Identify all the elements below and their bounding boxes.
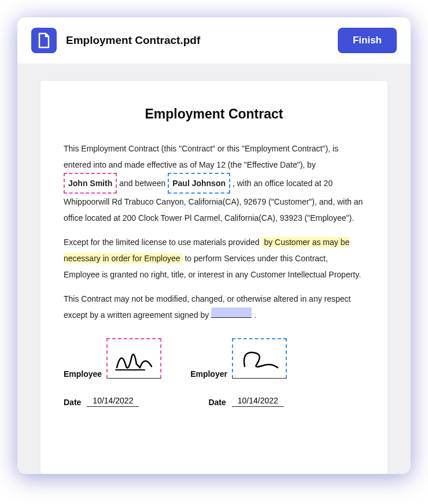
employee-signature-field[interactable] (106, 338, 161, 379)
employee-signature-block: Employee (64, 338, 161, 379)
party1-field[interactable]: John Smith (64, 173, 117, 194)
employee-label: Employee (64, 369, 102, 379)
date-row: Date 10/14/2022 Date 10/14/2022 (64, 396, 364, 407)
party2-field[interactable]: Paul Johnson (168, 173, 230, 194)
finish-button[interactable]: Finish (338, 28, 397, 53)
para1-text: and between (119, 179, 168, 188)
date-block-2: Date 10/14/2022 (208, 396, 283, 407)
app-window: Employment Contract.pdf Finish Employmen… (17, 17, 411, 474)
para3-text: This Contract may not be modified, chang… (64, 294, 350, 320)
document-title: Employment Contract (64, 106, 364, 122)
paragraph-2: Except for the limited license to use ma… (64, 234, 364, 283)
date-field-1[interactable]: 10/14/2022 (87, 396, 139, 407)
signer-fill-field[interactable] (211, 307, 252, 318)
document-page: Employment Contract This Employment Cont… (40, 81, 388, 474)
signature-icon (236, 344, 282, 373)
para1-text: This Employment Contract (this "Contract… (64, 144, 338, 169)
employer-signature-field[interactable] (232, 338, 287, 379)
paragraph-3: This Contract may not be modified, chang… (64, 291, 364, 323)
paragraph-1: This Employment Contract (this "Contract… (64, 140, 364, 226)
para3-text: . (254, 310, 256, 320)
para2-text: Except for the limited license to use ma… (64, 238, 261, 247)
signature-row: Employee Employer (64, 338, 364, 379)
content-area: Employment Contract This Employment Cont… (17, 64, 411, 474)
date-field-2[interactable]: 10/14/2022 (232, 396, 284, 407)
employer-signature-block: Employer (190, 338, 287, 379)
filename: Employment Contract.pdf (66, 34, 329, 47)
date-label: Date (64, 398, 81, 407)
header-bar: Employment Contract.pdf Finish (17, 17, 411, 64)
signature-icon (111, 344, 157, 373)
employer-label: Employer (190, 369, 227, 379)
date-label: Date (208, 398, 226, 407)
document-app-icon (31, 28, 57, 53)
date-block-1: Date 10/14/2022 (64, 396, 139, 407)
